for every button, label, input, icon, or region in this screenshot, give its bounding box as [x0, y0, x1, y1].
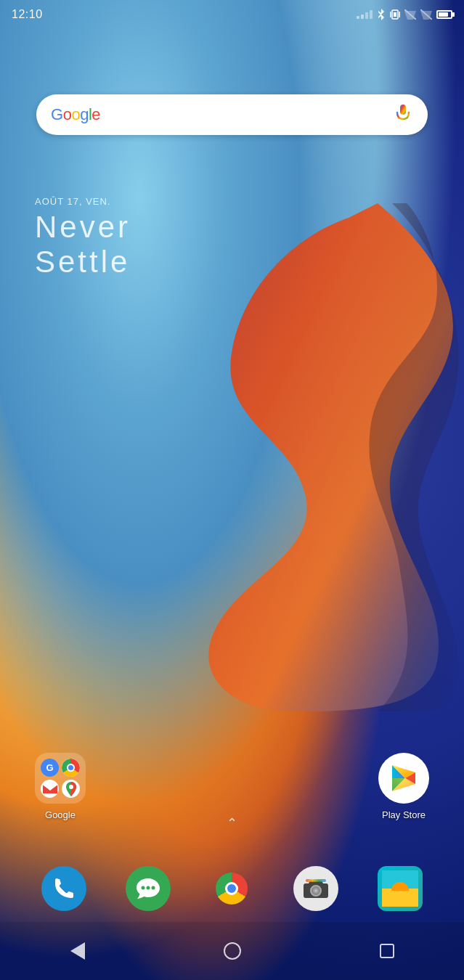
svg-rect-1 — [394, 12, 396, 17]
camera-app[interactable] — [293, 866, 338, 911]
tagline-line2: Settle — [35, 245, 131, 279]
dock — [0, 866, 464, 911]
svg-point-15 — [151, 886, 155, 890]
svg-point-14 — [146, 886, 150, 890]
date-widget: AOÛT 17, VEN. Never Settle — [35, 196, 131, 280]
back-button[interactable] — [60, 933, 96, 969]
status-time: 12:10 — [12, 8, 43, 21]
google-g-icon: G — [41, 759, 59, 777]
google-logo: Google — [51, 105, 100, 124]
play-store-app[interactable]: Play Store — [378, 753, 429, 820]
no-signal-icon2 — [420, 9, 432, 20]
svg-rect-19 — [306, 879, 326, 882]
svg-rect-2 — [390, 12, 391, 17]
svg-rect-24 — [382, 891, 418, 907]
chrome-app[interactable] — [209, 866, 254, 911]
google-folder-app[interactable]: G — [35, 753, 86, 820]
home-button[interactable] — [214, 933, 251, 969]
files-app[interactable] — [378, 866, 423, 911]
signal-icon — [357, 10, 373, 19]
tagline: Never Settle — [35, 210, 131, 280]
svg-point-13 — [141, 886, 145, 890]
gmail-folder-icon — [41, 780, 59, 798]
no-signal-icon1 — [404, 9, 416, 20]
play-store-label: Play Store — [382, 809, 426, 820]
svg-point-18 — [314, 889, 317, 892]
vibrate-icon — [390, 9, 400, 20]
nav-bar — [0, 922, 464, 980]
battery-icon — [436, 10, 452, 19]
chrome-folder-icon — [62, 759, 80, 777]
google-folder-icon: G — [35, 753, 86, 804]
apps-area: G — [0, 753, 464, 820]
google-search-bar[interactable]: Google — [36, 94, 428, 135]
wallpaper-wave — [145, 203, 464, 711]
messages-app[interactable] — [126, 866, 171, 911]
drawer-handle[interactable]: ⌃ — [227, 814, 237, 831]
play-store-icon — [378, 753, 429, 804]
svg-point-12 — [69, 785, 73, 789]
svg-rect-8 — [400, 105, 406, 115]
microphone-icon[interactable] — [393, 105, 413, 125]
tagline-line1: Never — [35, 210, 131, 245]
date-text: AOÛT 17, VEN. — [35, 196, 131, 207]
status-icons — [357, 9, 452, 20]
google-folder-label: Google — [45, 809, 76, 820]
maps-folder-icon — [62, 780, 80, 798]
bluetooth-icon — [377, 9, 386, 20]
svg-rect-3 — [399, 12, 401, 17]
recents-button[interactable] — [369, 933, 405, 969]
phone-app[interactable] — [41, 866, 86, 911]
status-bar: 12:10 — [0, 0, 464, 29]
